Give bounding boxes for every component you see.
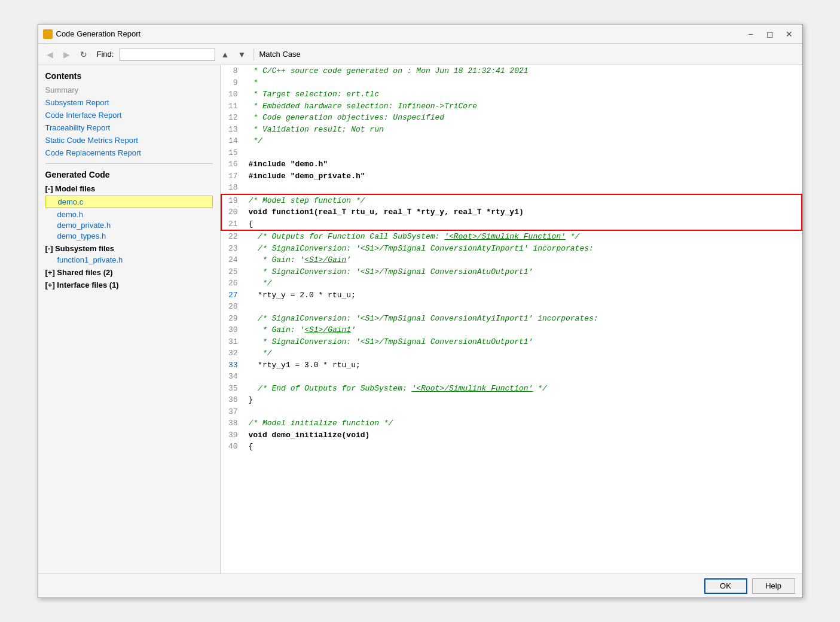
line-number: 8 xyxy=(221,65,245,77)
line-code: * C/C++ source code generated on : Mon J… xyxy=(245,65,802,77)
back-button[interactable]: ◀ xyxy=(43,47,57,62)
line-code xyxy=(245,406,802,418)
line-number: 14 xyxy=(221,135,245,147)
toolbar: ◀ ▶ ↻ Find: ▲ ▼ Match Case xyxy=(38,44,802,65)
find-input[interactable] xyxy=(120,48,215,61)
sidebar: Contents Summary Subsystem Report Code I… xyxy=(38,65,221,574)
line-number: 13 xyxy=(221,124,245,136)
line-link[interactable]: 27 xyxy=(228,291,238,300)
code-link[interactable]: '<Root>/Simulink Function' xyxy=(412,384,533,393)
line-number: 12 xyxy=(221,112,245,124)
line-code: *rty_y1 = 3.0 * rtu_u; xyxy=(245,359,802,371)
subsystem-report-link[interactable]: Subsystem Report xyxy=(45,98,213,107)
find-label: Find: xyxy=(97,50,114,59)
demo-c-link[interactable]: demo.c xyxy=(58,197,84,206)
line-number: 39 xyxy=(221,429,245,441)
line-number: 20 xyxy=(221,206,245,218)
code-link[interactable]: <S1>/Gain xyxy=(304,255,346,264)
file-function1-private-h[interactable]: function1_private.h xyxy=(45,255,213,264)
summary-link[interactable]: Summary xyxy=(45,86,213,94)
interface-files-header[interactable]: [+] Interface files (1) xyxy=(45,280,213,289)
app-icon xyxy=(43,29,53,39)
line-code: /* Model step function */ xyxy=(245,194,802,207)
file-demo-private-h[interactable]: demo_private.h xyxy=(45,221,213,230)
line-number: 37 xyxy=(221,406,245,418)
refresh-button[interactable]: ↻ xyxy=(77,47,91,62)
find-up-button[interactable]: ▲ xyxy=(218,47,232,62)
help-button[interactable]: Help xyxy=(752,578,795,594)
line-code: * Embedded hardware selection: Infineon-… xyxy=(245,100,802,112)
file-demo-types-h[interactable]: demo_types.h xyxy=(45,231,213,240)
line-number: 15 xyxy=(221,147,245,159)
model-files-header[interactable]: [-] Model files xyxy=(45,184,213,193)
line-number: 11 xyxy=(221,100,245,112)
window-title: Code Generation Report xyxy=(56,29,743,38)
line-number: 18 xyxy=(221,182,245,194)
ok-button[interactable]: OK xyxy=(704,578,747,594)
forward-button[interactable]: ▶ xyxy=(60,47,74,62)
line-number: 26 xyxy=(221,278,245,289)
line-number: 9 xyxy=(221,77,245,89)
subsystem-files-header[interactable]: [-] Subsystem files xyxy=(45,244,213,253)
file-demo-h[interactable]: demo.h xyxy=(45,210,213,219)
code-table: 8 * C/C++ source code generated on : Mon… xyxy=(221,65,802,453)
static-code-metrics-link[interactable]: Static Code Metrics Report xyxy=(45,136,213,145)
file-demo-c[interactable]: demo.c xyxy=(45,196,213,208)
find-down-button[interactable]: ▼ xyxy=(234,47,249,62)
line-number: 33 xyxy=(221,359,245,371)
line-code: */ xyxy=(245,278,802,289)
minimize-button[interactable]: − xyxy=(743,28,759,40)
line-number: 38 xyxy=(221,417,245,429)
line-code: { xyxy=(245,441,802,453)
line-code: * SignalConversion: '<S1>/TmpSignal Conv… xyxy=(245,266,802,278)
demo-types-h-link[interactable]: demo_types.h xyxy=(57,231,106,240)
line-code xyxy=(245,371,802,383)
function1-private-h-link[interactable]: function1_private.h xyxy=(57,255,123,264)
code-link[interactable]: '<Root>/Simulink Function' xyxy=(444,232,566,241)
line-code: * Code generation objectives: Unspecifie… xyxy=(245,112,802,124)
demo-h-link[interactable]: demo.h xyxy=(57,210,83,219)
code-link[interactable]: <S1>/Gain1 xyxy=(304,325,351,334)
line-number: 23 xyxy=(221,243,245,255)
line-code: #include "demo.h" xyxy=(245,158,802,170)
line-link[interactable]: 33 xyxy=(228,361,238,370)
window-controls: − ◻ ✕ xyxy=(743,28,798,40)
maximize-button[interactable]: ◻ xyxy=(762,28,778,40)
code-replacements-link[interactable]: Code Replacements Report xyxy=(45,148,213,157)
demo-private-h-link[interactable]: demo_private.h xyxy=(57,221,111,230)
match-case-label: Match Case xyxy=(259,50,300,59)
contents-title: Contents xyxy=(45,71,213,81)
line-number: 27 xyxy=(221,289,245,301)
generated-code-title: Generated Code xyxy=(45,170,213,179)
sidebar-divider xyxy=(45,163,213,164)
line-code: * Gain: '<S1>/Gain' xyxy=(245,254,802,266)
line-number: 28 xyxy=(221,301,245,313)
interface-files-section: [+] Interface files (1) xyxy=(45,280,213,289)
line-code: /* SignalConversion: '<S1>/TmpSignal Con… xyxy=(245,313,802,325)
line-number: 10 xyxy=(221,89,245,100)
shared-files-section: [+] Shared files (2) xyxy=(45,268,213,277)
traceability-report-link[interactable]: Traceability Report xyxy=(45,123,213,132)
line-code xyxy=(245,147,802,159)
line-code: /* Model initialize function */ xyxy=(245,417,802,429)
line-number: 21 xyxy=(221,218,245,231)
line-code: * xyxy=(245,77,802,89)
line-number: 32 xyxy=(221,347,245,359)
line-code: *rty_y = 2.0 * rtu_u; xyxy=(245,289,802,301)
shared-files-header[interactable]: [+] Shared files (2) xyxy=(45,268,213,277)
title-bar: Code Generation Report − ◻ ✕ xyxy=(38,25,802,44)
line-number: 16 xyxy=(221,158,245,170)
subsystem-files-section: [-] Subsystem files function1_private.h xyxy=(45,244,213,264)
line-code: /* End of Outputs for SubSystem: '<Root>… xyxy=(245,383,802,395)
line-code: */ xyxy=(245,347,802,359)
line-code: #include "demo_private.h" xyxy=(245,170,802,182)
toolbar-separator xyxy=(253,48,254,60)
code-area[interactable]: 8 * C/C++ source code generated on : Mon… xyxy=(221,65,802,574)
line-code: /* Outputs for Function Call SubSystem: … xyxy=(245,230,802,243)
line-number: 36 xyxy=(221,394,245,406)
main-content: Contents Summary Subsystem Report Code I… xyxy=(38,65,802,574)
model-files-section: [-] Model files demo.c demo.h demo_priva… xyxy=(45,184,213,240)
close-button[interactable]: ✕ xyxy=(781,28,798,40)
code-interface-report-link[interactable]: Code Interface Report xyxy=(45,111,213,120)
line-number: 19 xyxy=(221,194,245,207)
